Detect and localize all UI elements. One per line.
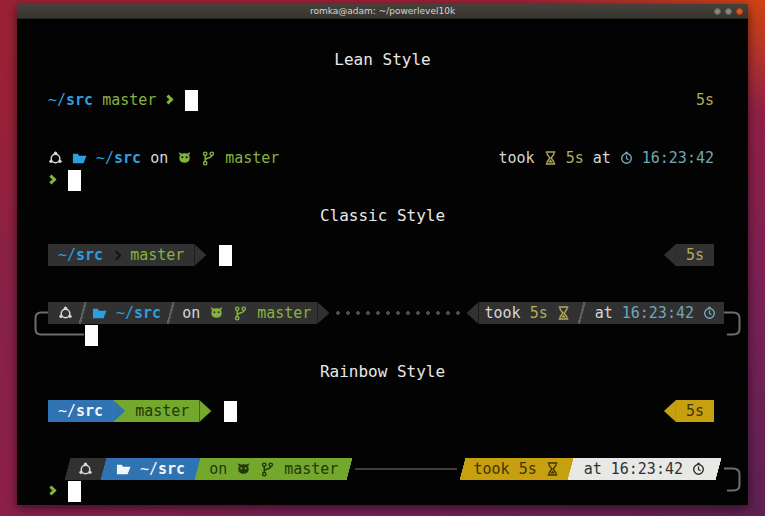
classic-prompt-single: ~/src master 5s — [48, 244, 714, 266]
classic-os-segment — [48, 302, 77, 324]
hourglass-icon — [546, 462, 559, 476]
terminal-cursor — [68, 481, 81, 502]
classic-dir-segment: ~/src — [88, 302, 165, 324]
minimize-button[interactable] — [714, 8, 721, 15]
window-controls — [714, 8, 743, 15]
dir-prefix: ~/ — [116, 304, 134, 322]
chevron-right-icon — [47, 174, 57, 184]
terminal-cursor — [68, 170, 81, 191]
classic-time-segment: at 16:23:42 — [587, 302, 724, 324]
lean-style-heading: Lean Style — [17, 50, 748, 69]
folder-icon — [72, 151, 87, 166]
powerline-arrow-icon — [317, 302, 329, 324]
powerline-arrow-icon — [467, 302, 479, 324]
classic-p1-directory: ~/src — [58, 244, 103, 266]
ubuntu-logo-icon — [58, 306, 73, 321]
dir-name: src — [76, 402, 103, 420]
github-icon — [209, 306, 224, 321]
dir-prefix: ~/ — [140, 460, 158, 478]
close-button[interactable] — [736, 8, 743, 15]
powerline-arrow-icon — [664, 244, 676, 266]
folder-icon — [92, 306, 107, 321]
git-branch-name: master — [225, 147, 279, 169]
github-icon — [177, 151, 192, 166]
chevron-right-icon — [47, 485, 57, 495]
powerline-arrow-icon — [113, 400, 125, 422]
gap-filler-line — [355, 468, 456, 470]
command-duration: 5s — [566, 147, 584, 169]
folder-icon — [116, 462, 131, 477]
terminal-content[interactable]: Lean Style ~/src master 5s ~/src on mast… — [17, 20, 748, 505]
on-label: on — [209, 460, 227, 478]
classic-prompt-line2 — [48, 324, 724, 346]
on-label: on — [182, 304, 200, 322]
rainbow-prompt-line2 — [48, 480, 724, 502]
classic-left-segment: ~/src master — [48, 244, 194, 266]
rainbow-dir-segment: ~/src — [109, 458, 192, 480]
clock-icon — [703, 306, 716, 320]
rainbow-p2-directory: ~/src — [140, 460, 185, 478]
rainbow-prompt-multiline: ~/src on master took 5 — [48, 458, 724, 502]
lean-p1-directory: ~/src — [48, 89, 93, 111]
rainbow-git-segment: on master — [203, 458, 344, 480]
gap-filler-dots — [331, 302, 464, 324]
command-duration: 5s — [686, 244, 704, 266]
prompt-frame-right — [724, 467, 741, 493]
took-label: took — [499, 147, 535, 169]
dir-name: src — [76, 246, 103, 264]
hourglass-icon — [557, 306, 570, 320]
rainbow-git-segment: master — [125, 400, 199, 422]
dir-name: src — [114, 149, 141, 167]
dir-name: src — [134, 304, 161, 322]
dir-prefix: ~/ — [58, 402, 76, 420]
classic-prompt-line1: ~/src on master took 5 — [48, 302, 724, 324]
classic-prompt-multiline: ~/src on master took 5 — [48, 302, 724, 346]
git-branch-name: master — [284, 460, 338, 478]
took-label: took — [485, 304, 521, 322]
classic-right-segment: 5s — [676, 244, 714, 266]
at-label: at — [593, 147, 611, 169]
dir-name: src — [158, 460, 185, 478]
clock-icon — [692, 462, 705, 476]
chevron-right-icon — [164, 94, 174, 104]
slant-separator — [457, 458, 468, 480]
lean-prompt-single: ~/src master 5s — [48, 89, 714, 111]
github-icon — [236, 462, 251, 477]
terminal-cursor — [185, 90, 198, 111]
dir-prefix: ~/ — [48, 91, 66, 109]
git-branch-icon — [233, 306, 248, 321]
window-titlebar[interactable]: romka@adam: ~/powerlevel10k — [17, 4, 748, 19]
command-duration: 5s — [519, 460, 537, 478]
slant-separator — [565, 458, 576, 480]
rainbow-prompt-single: ~/src master 5s — [48, 400, 714, 422]
ubuntu-logo-icon — [48, 151, 63, 166]
segment-separator-icon — [112, 250, 122, 260]
window-title: romka@adam: ~/powerlevel10k — [310, 4, 455, 19]
git-branch-name: master — [135, 400, 189, 422]
rainbow-duration-segment: 5s — [676, 400, 714, 422]
terminal-cursor — [85, 325, 98, 346]
powerline-arrow-icon — [664, 400, 676, 422]
prompt-frame-right — [724, 311, 741, 337]
slant-separator — [98, 458, 109, 480]
lean-prompt-multiline-line2 — [48, 169, 714, 191]
maximize-button[interactable] — [725, 8, 732, 15]
git-branch-icon — [201, 151, 216, 166]
hourglass-icon — [544, 151, 557, 165]
slant-separator — [713, 458, 724, 480]
thin-separator — [77, 302, 88, 324]
command-duration: 5s — [686, 400, 704, 422]
on-label: on — [150, 147, 168, 169]
dir-prefix: ~/ — [58, 246, 76, 264]
dir-prefix: ~/ — [96, 149, 114, 167]
rainbow-time-segment: at 16:23:42 — [576, 458, 713, 480]
ubuntu-logo-icon — [78, 462, 93, 477]
powerline-arrow-icon — [194, 244, 206, 266]
command-duration: 5s — [696, 89, 714, 111]
at-label: at — [595, 304, 613, 322]
thin-separator — [165, 302, 176, 324]
terminal-cursor — [224, 401, 237, 422]
slant-separator — [62, 458, 73, 480]
git-branch-icon — [260, 462, 275, 477]
rainbow-duration-segment: took 5s — [468, 458, 565, 480]
